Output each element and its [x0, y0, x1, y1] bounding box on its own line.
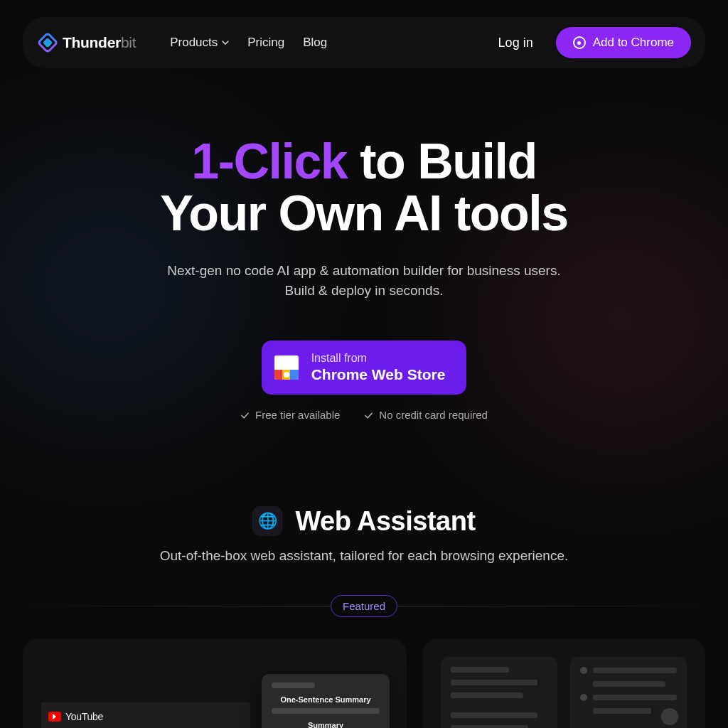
featured-divider: Featured — [23, 595, 705, 617]
install-chrome-button[interactable]: Install from Chrome Web Store — [262, 341, 467, 395]
mock-column-right — [570, 657, 687, 728]
perk-free-tier: Free tier available — [240, 409, 340, 421]
avatar-placeholder-icon — [661, 708, 678, 725]
section-subtitle: Out-of-the-box web assistant, tailored f… — [23, 548, 705, 564]
thunderbit-logo-icon — [36, 31, 58, 53]
summary-overlay-panel: One-Sentence Summary Summary — [262, 674, 390, 728]
feature-cards: YouTube One-Sentence Summary Summary — [23, 638, 705, 728]
web-assistant-section: 🌐 Web Assistant Out-of-the-box web assis… — [0, 506, 728, 728]
logo[interactable]: Thunderbit — [40, 34, 136, 51]
featured-pill: Featured — [331, 595, 397, 617]
logo-text: Thunderbit — [63, 34, 136, 51]
overlay-heading-summary: Summary — [272, 721, 380, 728]
nav-pricing[interactable]: Pricing — [247, 36, 284, 50]
hero-title: 1-Click to Build Your Own AI tools — [28, 136, 700, 240]
mock-column-left — [441, 657, 557, 728]
perk-no-card: No credit card required — [364, 409, 488, 421]
compare-mock — [441, 657, 687, 728]
youtube-mock-bar: YouTube — [41, 702, 250, 728]
main-nav: Products Pricing Blog — [170, 36, 327, 50]
check-icon — [364, 410, 373, 419]
section-title: Web Assistant — [295, 506, 475, 537]
chevron-down-icon — [222, 39, 229, 46]
youtube-play-icon — [48, 712, 61, 722]
feature-card-youtube[interactable]: YouTube One-Sentence Summary Summary — [23, 638, 407, 728]
youtube-label: YouTube — [65, 711, 103, 722]
feature-card-compare[interactable] — [422, 638, 705, 728]
hero-section: 1-Click to Build Your Own AI tools Next-… — [0, 136, 728, 421]
nav-blog[interactable]: Blog — [303, 36, 327, 50]
install-label-big: Chrome Web Store — [311, 366, 446, 383]
install-label-small: Install from — [311, 352, 446, 365]
perks-row: Free tier available No credit card requi… — [28, 409, 700, 421]
add-to-chrome-button[interactable]: Add to Chrome — [556, 27, 691, 58]
header-bar: Thunderbit Products Pricing Blog Log in … — [23, 17, 705, 68]
chrome-icon — [573, 36, 586, 49]
chrome-web-store-icon — [274, 355, 299, 380]
overlay-heading-one-sentence: One-Sentence Summary — [272, 695, 380, 704]
nav-products[interactable]: Products — [170, 36, 229, 50]
check-icon — [240, 410, 250, 419]
hero-subtitle: Next-gen no code AI app & automation bui… — [28, 261, 700, 301]
login-link[interactable]: Log in — [498, 36, 533, 50]
globe-icon: 🌐 — [252, 506, 282, 536]
